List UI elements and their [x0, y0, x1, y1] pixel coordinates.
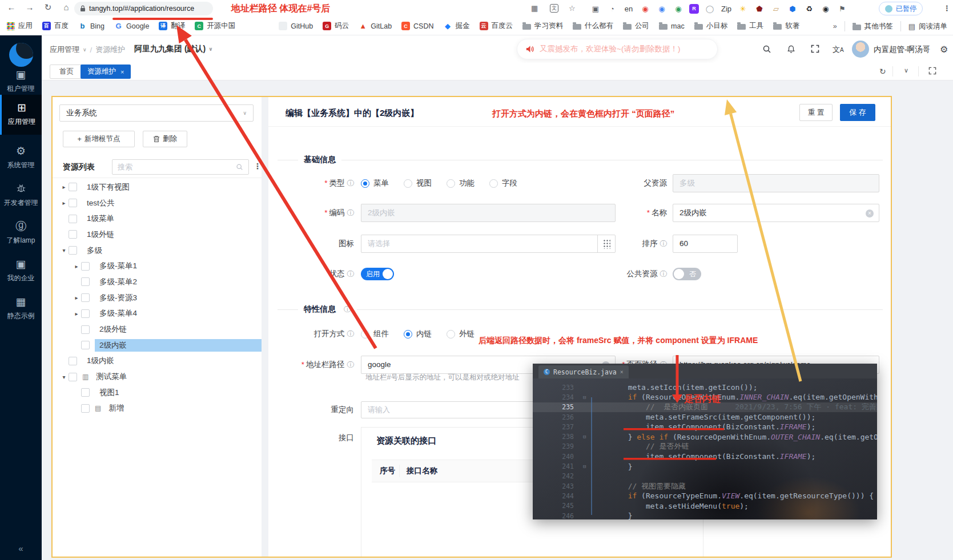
parent-input[interactable]: 多级 — [673, 174, 879, 192]
tree-node-label[interactable]: 多级-菜单2 — [95, 276, 142, 288]
expand-icon[interactable] — [928, 67, 936, 76]
sidebar-item-bug[interactable]: 开发者管理 — [0, 183, 42, 208]
tree-caret-icon[interactable]: ▸ — [72, 263, 81, 269]
bookmark-item[interactable]: 什么都有 — [573, 21, 613, 31]
tree-checkbox[interactable] — [81, 309, 90, 318]
tree-row[interactable]: ▸多级-菜单4 — [53, 306, 262, 322]
reset-button[interactable]: 重 置 — [799, 104, 833, 121]
back-icon[interactable]: ← — [5, 2, 18, 12]
tree-checkbox[interactable] — [69, 230, 77, 239]
tree-caret-icon[interactable]: ▸ — [59, 184, 69, 190]
public-toggle[interactable]: 否 — [673, 268, 701, 280]
tree-row[interactable]: ▸多级-资源3 — [53, 290, 262, 306]
bookmark-item[interactable]: G码云 — [323, 21, 349, 31]
extension-icon[interactable]: ◉ — [656, 3, 667, 14]
tree-row[interactable]: 多级-菜单2 — [53, 274, 262, 290]
tree-node-label[interactable]: 多级-菜单4 — [95, 307, 142, 320]
system-select[interactable]: 业务系统 ∨ — [59, 104, 254, 122]
tree-checkbox[interactable] — [81, 341, 90, 349]
username[interactable]: 内置超管-啊汤哥 — [874, 45, 930, 55]
extension-icon[interactable]: Zip — [721, 3, 732, 14]
bookmark-item[interactable]: bBing — [78, 22, 104, 30]
search-icon[interactable] — [762, 45, 771, 56]
tree-checkbox[interactable] — [69, 183, 77, 191]
fullscreen-icon[interactable] — [811, 45, 819, 55]
tenant-select[interactable]: 阿里九九集团 (默认) ∨ — [134, 44, 213, 54]
gear-icon[interactable]: ⚙ — [940, 44, 948, 55]
delete-button[interactable]: 删除 — [143, 131, 187, 147]
tree-caret-icon[interactable]: ▸ — [72, 311, 81, 317]
extension-icon[interactable]: ▣ — [590, 3, 601, 14]
extension-icon[interactable]: R — [689, 4, 699, 14]
extension-icon[interactable]: ◉ — [640, 3, 651, 14]
forward-icon[interactable]: → — [23, 2, 37, 12]
bookmark-item[interactable]: CCSDN — [401, 22, 433, 30]
tree-caret-icon[interactable]: ▾ — [59, 247, 69, 253]
tree-row[interactable]: 视图1 — [53, 385, 262, 401]
tree-row[interactable]: ▤新增 — [53, 401, 262, 417]
tree-node-label[interactable]: 2级外链 — [95, 323, 131, 336]
tree-caret-icon[interactable]: ▸ — [72, 295, 81, 301]
tree-node-label[interactable]: 1级下有视图 — [82, 181, 134, 194]
avatar[interactable] — [852, 41, 869, 58]
chevron-down-icon[interactable]: ∨ — [904, 67, 908, 74]
save-button[interactable]: 保 存 — [840, 104, 875, 121]
tree-checkbox[interactable] — [69, 357, 77, 365]
open-mode-radio-option[interactable]: 外链 — [447, 329, 475, 339]
add-root-button[interactable]: + 新增根节点 — [63, 131, 135, 147]
tree-node-label[interactable]: 多级 — [82, 244, 107, 257]
bookmark-item[interactable]: 云百度云 — [480, 21, 513, 31]
bookmark-item[interactable]: 学习资料 — [522, 21, 563, 31]
breadcrumb-app[interactable]: 应用管理 — [50, 45, 79, 55]
extension-icon[interactable]: ♻ — [803, 3, 815, 14]
tree-checkbox[interactable] — [81, 277, 90, 286]
bookmark-item[interactable]: GitHub — [279, 22, 313, 30]
tree-checkbox[interactable] — [81, 293, 90, 302]
name-input[interactable]: 2级内嵌 × — [673, 204, 879, 222]
bookmark-item[interactable]: C开源中国 — [195, 21, 235, 31]
type-radio-option[interactable]: 字段 — [489, 178, 517, 188]
tree-node-label[interactable]: test公共 — [82, 197, 119, 210]
tree-caret-icon[interactable]: ▾ — [59, 374, 69, 380]
tree-checkbox[interactable] — [81, 262, 90, 271]
tree-checkbox[interactable] — [81, 404, 90, 413]
close-icon[interactable]: × — [120, 69, 124, 75]
refresh-icon[interactable]: ↻ — [879, 67, 886, 76]
extension-icon[interactable]: ◯ — [704, 3, 715, 14]
tree-row[interactable]: ▸1级下有视图 — [53, 179, 262, 195]
sidebar-item-tenant-frame[interactable]: ▣租户管理 — [0, 69, 42, 94]
type-radio-option[interactable]: 功能 — [447, 178, 475, 188]
announcement-banner[interactable]: 又震撼发布，欢迎体验~(请勿删除数据！) — [517, 39, 718, 59]
type-radio-option[interactable]: 菜单 — [361, 178, 389, 188]
bookmark-item[interactable]: ◆掘金 — [444, 21, 470, 31]
tab-resource-active[interactable]: 资源维护 × — [81, 65, 131, 79]
bookmark-item[interactable]: 公司 — [623, 21, 649, 31]
tree-checkbox[interactable] — [81, 388, 90, 397]
tree-node-label[interactable]: 1级外链 — [82, 228, 119, 241]
sidebar-collapse-icon[interactable]: « — [0, 543, 42, 553]
tree-node-label[interactable]: 新增 — [104, 402, 128, 414]
more-actions-icon[interactable]: ⋮ — [254, 162, 262, 171]
tree-caret-icon[interactable]: ▸ — [59, 200, 69, 206]
reading-list-button[interactable]: ▤阅读清单 — [908, 22, 947, 31]
bookmark-item[interactable]: 工具 — [737, 21, 763, 31]
tree-node-label[interactable]: 1级菜单 — [82, 212, 119, 225]
status-toggle[interactable]: 启用 — [361, 268, 394, 280]
close-icon[interactable]: × — [620, 369, 624, 375]
extension-icon[interactable]: ◉ — [673, 3, 684, 14]
sidebar-item-table[interactable]: ▦静态示例 — [0, 296, 42, 321]
tree-checkbox[interactable] — [69, 246, 77, 255]
bookmark-item[interactable]: GGoogle — [114, 22, 149, 30]
extension-icon[interactable]: ⬢ — [787, 3, 798, 14]
bookmark-item[interactable]: 应用 — [7, 21, 33, 31]
bookmark-item[interactable]: 百百度 — [42, 21, 69, 31]
type-radio-option[interactable]: 视图 — [404, 178, 432, 188]
tree-checkbox[interactable] — [69, 373, 77, 381]
bookmark-item[interactable]: mac — [659, 22, 685, 30]
open-mode-radio-option[interactable]: 内链 — [404, 329, 432, 339]
bookmark-item[interactable]: 译翻译 — [159, 21, 185, 31]
editor-file-tab[interactable]: C ResourceBiz.java × — [538, 365, 629, 378]
browser-menu-icon[interactable]: ⋮ — [943, 4, 951, 13]
tree-node-label[interactable]: 测试菜单 — [91, 370, 131, 383]
tree-checkbox[interactable] — [81, 325, 90, 334]
